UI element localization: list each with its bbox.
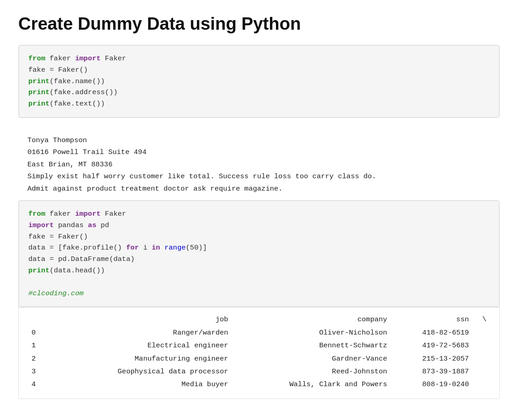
row-1-job: Electrical engineer <box>53 339 232 352</box>
row-3-idx: 3 <box>28 365 53 378</box>
code-section-1: from faker import Faker fake = Faker() p… <box>18 45 500 118</box>
row-2-company: Gardner-Vance <box>232 352 391 365</box>
table-row: 3 Geophysical data processor Reed-Johnst… <box>28 365 490 378</box>
row-1-idx: 1 <box>28 339 53 352</box>
row-4-idx: 4 <box>28 378 53 391</box>
header-backslash: \ <box>473 313 490 326</box>
row-2-ssn: 215-13-2057 <box>391 352 473 365</box>
code-section-2: from faker import Faker import pandas as… <box>18 200 500 399</box>
code-block-1: from faker import Faker fake = Faker() p… <box>19 45 499 117</box>
row-3-ssn: 873-39-1887 <box>391 365 473 378</box>
row-1-company: Bennett-Schwartz <box>232 339 391 352</box>
table-row: 1 Electrical engineer Bennett-Schwartz 4… <box>28 339 490 352</box>
table-output: job company ssn \ 0 Ranger/warden Oliver… <box>19 307 499 398</box>
output-block-1: Tonya Thompson 01616 Powell Trail Suite … <box>18 129 500 200</box>
row-3-company: Reed-Johnston <box>232 365 391 378</box>
table-row: 0 Ranger/warden Oliver-Nicholson 418-82-… <box>28 326 490 339</box>
row-4-job: Media buyer <box>53 378 232 391</box>
output-line-4: Simply exist half worry customer like to… <box>27 170 491 182</box>
row-1-extra <box>473 339 490 352</box>
row-0-job: Ranger/warden <box>53 326 232 339</box>
row-2-extra <box>473 352 490 365</box>
output-line-5: Admit against product treatment doctor a… <box>27 183 491 195</box>
code-content-2: from faker import Faker import pandas as… <box>28 208 490 299</box>
output-line-1: Tonya Thompson <box>27 134 491 146</box>
row-0-idx: 0 <box>28 326 53 339</box>
table-row: 2 Manufacturing engineer Gardner-Vance 2… <box>28 352 490 365</box>
row-2-idx: 2 <box>28 352 53 365</box>
output-line-2: 01616 Powell Trail Suite 494 <box>27 146 491 158</box>
data-table: job company ssn \ 0 Ranger/warden Oliver… <box>28 313 490 391</box>
header-company: company <box>232 313 391 326</box>
row-1-ssn: 419-72-5683 <box>391 339 473 352</box>
code-content-1: from faker import Faker fake = Faker() p… <box>28 53 490 110</box>
row-3-extra <box>473 365 490 378</box>
code-block-2: from faker import Faker import pandas as… <box>19 201 499 307</box>
row-0-ssn: 418-82-6519 <box>391 326 473 339</box>
header-idx <box>28 313 53 326</box>
row-4-extra <box>473 378 490 391</box>
header-ssn: ssn <box>391 313 473 326</box>
row-0-extra <box>473 326 490 339</box>
table-header-row: job company ssn \ <box>28 313 490 326</box>
output-line-3: East Brian, MT 88336 <box>27 159 491 170</box>
page-title: Create Dummy Data using Python <box>18 14 500 34</box>
row-3-job: Geophysical data processor <box>53 365 232 378</box>
header-job: job <box>53 313 232 326</box>
row-4-company: Walls, Clark and Powers <box>232 378 391 391</box>
row-4-ssn: 808-19-0240 <box>391 378 473 391</box>
table-row: 4 Media buyer Walls, Clark and Powers 80… <box>28 378 490 391</box>
row-2-job: Manufacturing engineer <box>53 352 232 365</box>
row-0-company: Oliver-Nicholson <box>232 326 391 339</box>
